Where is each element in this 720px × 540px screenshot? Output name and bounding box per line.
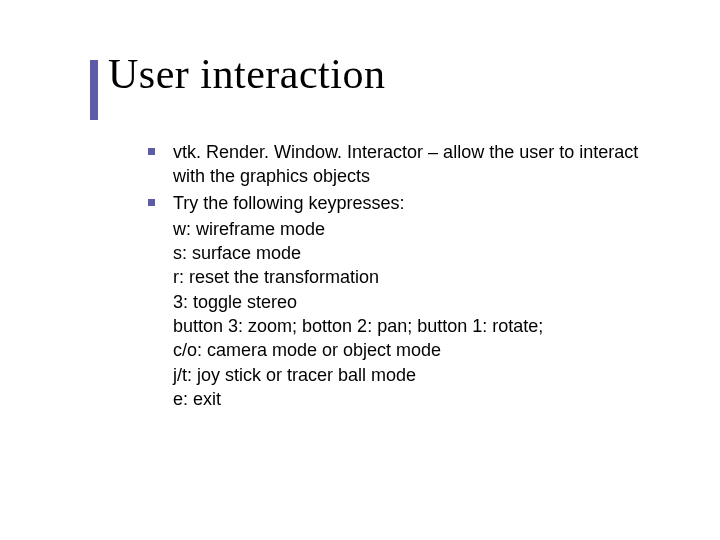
bullet-text: Try the following keypresses: bbox=[173, 191, 660, 215]
square-bullet-icon bbox=[148, 148, 155, 155]
bullet-item: vtk. Render. Window. Interactor – allow … bbox=[148, 140, 660, 189]
subline: 3: toggle stereo bbox=[173, 290, 660, 314]
slide-title: User interaction bbox=[108, 50, 385, 98]
subline: e: exit bbox=[173, 387, 660, 411]
subline: button 3: zoom; botton 2: pan; button 1:… bbox=[173, 314, 660, 338]
slide: User interaction vtk. Render. Window. In… bbox=[0, 0, 720, 540]
subline: r: reset the transformation bbox=[173, 265, 660, 289]
subline: c/o: camera mode or object mode bbox=[173, 338, 660, 362]
subline: s: surface mode bbox=[173, 241, 660, 265]
title-rule bbox=[90, 60, 98, 120]
square-bullet-icon bbox=[148, 199, 155, 206]
subline: w: wireframe mode bbox=[173, 217, 660, 241]
bullet-item: Try the following keypresses: bbox=[148, 191, 660, 215]
bullet-text: vtk. Render. Window. Interactor – allow … bbox=[173, 140, 660, 189]
slide-body: vtk. Render. Window. Interactor – allow … bbox=[148, 140, 660, 411]
subline: j/t: joy stick or tracer ball mode bbox=[173, 363, 660, 387]
